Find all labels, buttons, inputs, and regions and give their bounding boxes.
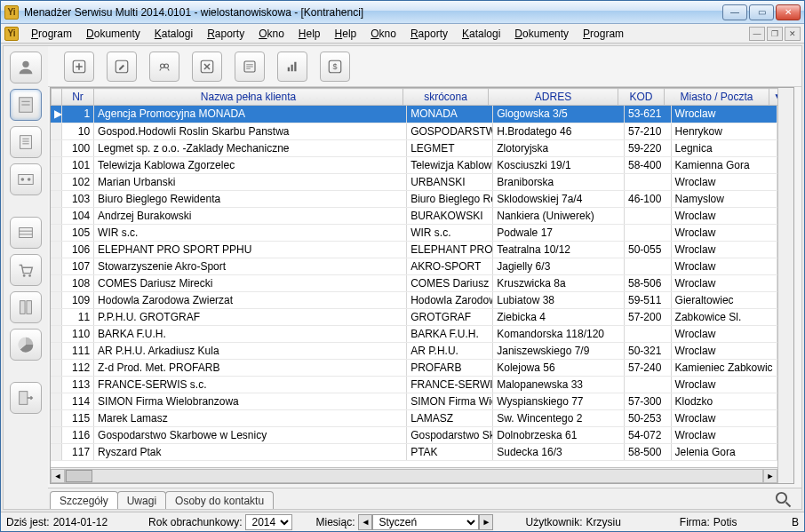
- menu-okno[interactable]: Okno: [363, 26, 403, 42]
- month-prev-button[interactable]: ◄: [358, 514, 372, 530]
- table-row[interactable]: 107Stowarzyszenie Akro-SportAKRO-SPORTJa…: [51, 258, 777, 274]
- table-row[interactable]: 11P.P.H.U. GROTGRAFGROTGRAFZiebicka 457-…: [51, 308, 777, 325]
- chart-button[interactable]: [277, 52, 307, 82]
- docs-icon[interactable]: [10, 126, 42, 158]
- find-button[interactable]: [149, 52, 179, 82]
- cell-kod: 58-400: [624, 156, 671, 173]
- mdi-close-button[interactable]: ✕: [785, 27, 801, 41]
- add-button[interactable]: [64, 52, 94, 82]
- mdi-minimize-button[interactable]: —: [749, 27, 765, 41]
- menu-raporty[interactable]: Raporty: [200, 26, 251, 42]
- main-panel: $ NrNazwa pełna klientaskróconaADRESKODM…: [48, 46, 801, 509]
- edit-button[interactable]: [107, 52, 137, 82]
- scroll-left-button[interactable]: ◄: [51, 469, 65, 483]
- cell-nr: 110: [61, 325, 93, 342]
- menu-program[interactable]: Program: [576, 26, 631, 42]
- table-row[interactable]: 100Legmet sp. z o.o. -Zaklady Mechaniczn…: [51, 139, 777, 156]
- table-row[interactable]: 115Marek LamaszLAMASZSw. Wincentego 250-…: [51, 409, 777, 426]
- delete-button[interactable]: [192, 52, 222, 82]
- table-row[interactable]: 111AR P.H.U. Arkadiusz KulaAR P.H.U.Jani…: [51, 342, 777, 359]
- cell-city: Wroclaw: [671, 173, 777, 190]
- cell-short: AR P.H.U.: [407, 342, 493, 359]
- cart-icon[interactable]: [10, 254, 42, 286]
- row-marker: [51, 274, 61, 291]
- search-icon[interactable]: [775, 491, 793, 509]
- cell-short: WIR s.c.: [407, 224, 493, 241]
- tab-osoby-do-kontaktu[interactable]: Osoby do kontaktu: [165, 491, 274, 509]
- table-row[interactable]: 104Andrzej BurakowskiBURAKOWSKINankiera …: [51, 207, 777, 224]
- table-row[interactable]: 117Ryszard PtakPTAKSudecka 16/358-500Jel…: [51, 443, 777, 460]
- cell-short: COMES Dariusz Mir: [407, 274, 493, 291]
- cell-addr: Ziebicka 4: [493, 308, 625, 325]
- menu-dokumenty[interactable]: Dokumenty: [507, 26, 576, 42]
- row-marker: [51, 393, 61, 409]
- table-row[interactable]: 105WIR s.c.WIR s.c.Podwale 17Wroclaw: [51, 224, 777, 241]
- exit-icon[interactable]: [10, 382, 42, 414]
- close-button[interactable]: ✕: [776, 4, 801, 20]
- table-row[interactable]: 112Z-d Prod. Met. PROFARBPROFARBKolejowa…: [51, 359, 777, 376]
- col-header-0[interactable]: Nr: [62, 89, 94, 106]
- menu-raporty[interactable]: Raporty: [403, 26, 455, 42]
- cell-name: BARKA F.U.H.: [94, 325, 407, 342]
- cell-name: Legmet sp. z o.o. -Zaklady Mechaniczne: [94, 139, 407, 156]
- horizontal-scrollbar[interactable]: ◄ ►: [51, 467, 777, 483]
- reports-pie-icon[interactable]: [10, 329, 42, 361]
- mdi-app-icon[interactable]: Yi: [4, 27, 19, 41]
- table-row[interactable]: 110BARKA F.U.H.BARKA F.U.H.Komandorska 1…: [51, 325, 777, 342]
- scroll-thumb[interactable]: [66, 470, 92, 482]
- cell-name: Z-d Prod. Met. PROFARB: [94, 359, 407, 376]
- cell-name: FRANCE-SERWIS s.c.: [94, 376, 407, 393]
- cell-kod: 53-621: [624, 106, 671, 123]
- data-grid[interactable]: NrNazwa pełna klientaskróconaADRESKODMia…: [50, 87, 794, 484]
- cell-city: Kamieniec Zabkowic: [671, 359, 777, 376]
- menu-program[interactable]: Program: [24, 26, 79, 42]
- titlebar[interactable]: Yi Menadżer Serwisu Multi 2014.0101 - wi…: [1, 1, 804, 24]
- maximize-button[interactable]: ▭: [749, 4, 774, 20]
- table-row[interactable]: 10Gospod.Hodowli Roslin Skarbu PanstwaGO…: [51, 123, 777, 139]
- cell-addr: Kruszwicka 8a: [493, 274, 625, 291]
- menu-katalogi[interactable]: Katalogi: [147, 26, 200, 42]
- menu-dokumenty[interactable]: Dokumenty: [79, 26, 147, 42]
- row-marker: [51, 258, 61, 274]
- month-next-button[interactable]: ►: [479, 514, 493, 530]
- table-row[interactable]: 103Biuro Bieglego RewidentaBiuro Biegleg…: [51, 190, 777, 207]
- minimize-button[interactable]: —: [722, 4, 747, 20]
- menu-help[interactable]: Help: [328, 26, 364, 42]
- col-header-1[interactable]: Nazwa pełna klienta: [94, 89, 403, 106]
- details-button[interactable]: [235, 52, 265, 82]
- settings-panel-icon[interactable]: [10, 163, 42, 195]
- row-marker: [51, 376, 61, 393]
- scroll-track[interactable]: [65, 469, 763, 483]
- table-row[interactable]: 114SIMON Firma WielobranzowaSIMON Firma …: [51, 393, 777, 409]
- menu-katalogi[interactable]: Katalogi: [455, 26, 507, 42]
- clients-icon[interactable]: [10, 52, 42, 83]
- mdi-restore-button[interactable]: ❐: [767, 27, 783, 41]
- menu-okno[interactable]: Okno: [251, 26, 291, 42]
- row-marker: [51, 291, 61, 308]
- table-row[interactable]: 113FRANCE-SERWIS s.c.FRANCE-SERWIS sMalo…: [51, 376, 777, 393]
- fiscal-year-select[interactable]: 2014: [245, 514, 292, 530]
- col-header-2[interactable]: skrócona: [403, 89, 489, 106]
- col-header-3[interactable]: ADRES: [489, 89, 618, 106]
- table-row[interactable]: 116Gospodarstwo Skarbowe w LesnicyGospod…: [51, 426, 777, 443]
- tab-uwagi[interactable]: Uwagi: [117, 491, 166, 509]
- col-header-5[interactable]: Miasto / Poczta: [665, 89, 769, 106]
- table-row[interactable]: 106ELEPHANT PRO SPORT PPHUELEPHANT PRO S…: [51, 241, 777, 258]
- invoicing-icon[interactable]: [10, 89, 42, 121]
- archive-icon[interactable]: [10, 291, 42, 323]
- vertical-scrollbar[interactable]: [777, 88, 793, 483]
- table-row[interactable]: 108COMES Dariusz MireckiCOMES Dariusz Mi…: [51, 274, 777, 291]
- col-header-4[interactable]: KOD: [618, 89, 665, 106]
- tab-szczegóły[interactable]: Szczegóły: [50, 491, 118, 509]
- company-label: Firma:: [680, 516, 710, 528]
- money-button[interactable]: $: [320, 52, 350, 82]
- table-row[interactable]: 102Marian UrbanskiURBANSKIBraniborskaWro…: [51, 173, 777, 190]
- table-row[interactable]: 101Telewizja Kablowa ZgorzelecTelewizja …: [51, 156, 777, 173]
- table-row[interactable]: ▶1Agencja Promocyjna MONADAMONADAGlogows…: [51, 106, 777, 123]
- month-select[interactable]: Styczeń: [372, 514, 479, 530]
- table-row[interactable]: 109Hodowla Zarodowa ZwierzatHodowla Zaro…: [51, 291, 777, 308]
- stock-icon[interactable]: [10, 217, 42, 249]
- scroll-right-button[interactable]: ►: [763, 469, 777, 483]
- user-label: Użytkownik:: [525, 516, 582, 528]
- menu-help[interactable]: Help: [291, 26, 328, 42]
